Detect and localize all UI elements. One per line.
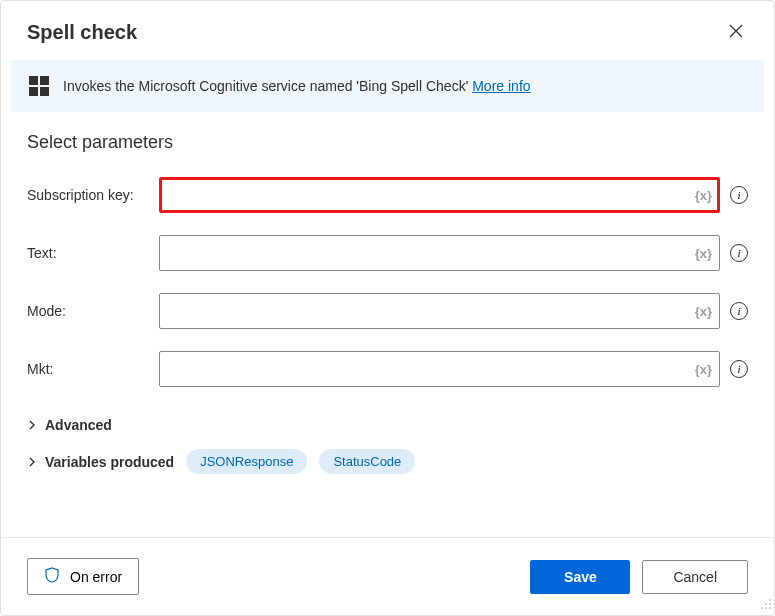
spell-check-dialog: Spell check Invokes the Microsoft Cognit…: [0, 0, 775, 616]
mode-input[interactable]: [159, 293, 720, 329]
more-info-link[interactable]: More info: [472, 78, 530, 94]
mode-input-wrap: {x}: [159, 293, 720, 329]
dialog-title: Spell check: [27, 21, 137, 44]
dialog-footer: On error Save Cancel: [1, 537, 774, 615]
variables-produced-expander[interactable]: Variables produced: [27, 454, 174, 470]
text-input[interactable]: [159, 235, 720, 271]
info-icon: i: [737, 364, 740, 375]
microsoft-logo-icon: [29, 76, 49, 96]
text-input-wrap: {x}: [159, 235, 720, 271]
field-mode: Mode: {x} i: [27, 293, 748, 329]
mode-info-button[interactable]: i: [730, 302, 748, 320]
dialog-header: Spell check: [1, 1, 774, 60]
mkt-input-wrap: {x}: [159, 351, 720, 387]
variables-produced-row: Variables produced JSONResponse StatusCo…: [27, 449, 748, 474]
info-icon: i: [737, 248, 740, 259]
mkt-info-button[interactable]: i: [730, 360, 748, 378]
info-icon: i: [737, 190, 740, 201]
shield-icon: [44, 567, 60, 586]
subscription-key-input[interactable]: [159, 177, 720, 213]
dialog-body: Select parameters Subscription key: {x} …: [1, 112, 774, 537]
on-error-label: On error: [70, 569, 122, 585]
mkt-label: Mkt:: [27, 361, 149, 377]
text-info-button[interactable]: i: [730, 244, 748, 262]
advanced-label: Advanced: [45, 417, 112, 433]
chevron-right-icon: [27, 457, 37, 467]
banner-text: Invokes the Microsoft Cognitive service …: [63, 78, 531, 94]
variable-pill-status[interactable]: StatusCode: [319, 449, 415, 474]
cancel-button[interactable]: Cancel: [642, 560, 748, 594]
subscription-key-info-button[interactable]: i: [730, 186, 748, 204]
subscription-key-label: Subscription key:: [27, 187, 149, 203]
footer-actions: Save Cancel: [530, 560, 748, 594]
chevron-right-icon: [27, 420, 37, 430]
mode-label: Mode:: [27, 303, 149, 319]
close-button[interactable]: [724, 19, 748, 46]
info-icon: i: [737, 306, 740, 317]
field-subscription-key: Subscription key: {x} i: [27, 177, 748, 213]
field-text: Text: {x} i: [27, 235, 748, 271]
on-error-button[interactable]: On error: [27, 558, 139, 595]
save-button[interactable]: Save: [530, 560, 630, 594]
close-icon: [728, 27, 744, 42]
mkt-input[interactable]: [159, 351, 720, 387]
section-title: Select parameters: [27, 132, 748, 153]
text-label: Text:: [27, 245, 149, 261]
variable-pill-json[interactable]: JSONResponse: [186, 449, 307, 474]
advanced-expander[interactable]: Advanced: [27, 409, 748, 441]
banner-message: Invokes the Microsoft Cognitive service …: [63, 78, 472, 94]
subscription-key-input-wrap: {x}: [159, 177, 720, 213]
variables-produced-label: Variables produced: [45, 454, 174, 470]
info-banner: Invokes the Microsoft Cognitive service …: [11, 60, 764, 112]
field-mkt: Mkt: {x} i: [27, 351, 748, 387]
